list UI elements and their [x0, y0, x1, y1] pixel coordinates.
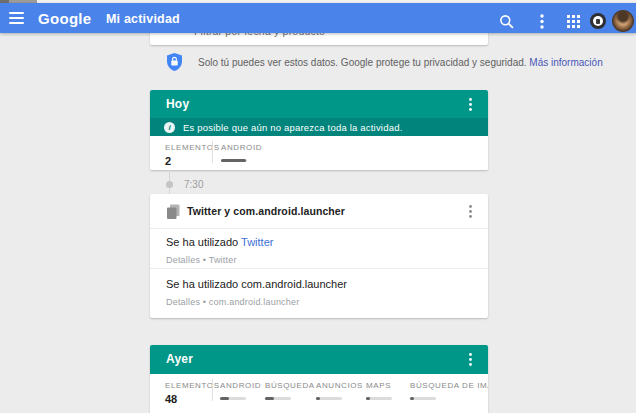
twitter-link[interactable]: Twitter — [241, 236, 273, 248]
category-bar — [220, 397, 246, 400]
today-notice-text: Es posible que aún no aparezca toda la a… — [183, 122, 402, 133]
overflow-menu-icon[interactable] — [529, 8, 555, 34]
search-icon[interactable] — [493, 8, 519, 34]
activity-title: Twitter y com.android.launcher — [187, 205, 345, 217]
privacy-text: Solo tú puedes ver estos datos. Google p… — [198, 57, 529, 68]
yesterday-category-anuncios[interactable]: ANUNCIOS — [316, 381, 363, 400]
timeline-dot — [166, 181, 173, 188]
yesterday-card-title: Ayer — [166, 352, 193, 366]
activity-row-details: Detalles • com.android.launcher — [166, 297, 347, 307]
activity-card: Twitter y com.android.launcher Se ha uti… — [150, 194, 488, 318]
page-title: Mi actividad — [106, 12, 180, 26]
app-bar: Google Mi actividad — [0, 3, 636, 33]
yesterday-category-android[interactable]: ANDROID — [220, 381, 261, 400]
account-circle-icon[interactable] — [590, 13, 606, 29]
today-card-title: Hoy — [166, 97, 189, 111]
today-category-android[interactable]: ANDROID — [221, 143, 262, 162]
activity-overflow-icon[interactable] — [461, 202, 479, 220]
yesterday-category-imagenes[interactable]: BÚSQUEDA DE IMÁGENES — [410, 381, 488, 400]
my-activity-page: Filtrar por fecha y producto Google Mi a… — [0, 0, 636, 413]
category-bar — [221, 159, 247, 162]
row-divider — [150, 228, 488, 229]
info-icon: i — [164, 122, 175, 133]
yesterday-category-busqueda[interactable]: BÚSQUEDA — [265, 381, 315, 400]
stacked-pages-icon — [166, 204, 181, 219]
privacy-note: Solo tú puedes ver estos datos. Google p… — [165, 52, 495, 72]
today-notice-bar: i Es posible que aún no aparezca toda la… — [150, 118, 488, 136]
row-divider — [150, 268, 488, 269]
yesterday-category-maps[interactable]: MAPS — [366, 381, 392, 400]
activity-row-twitter: Se ha utilizado Twitter Detalles • Twitt… — [166, 236, 273, 265]
timeline-time: 7:30 — [184, 179, 203, 190]
category-bar — [366, 397, 392, 400]
yesterday-overflow-icon[interactable] — [461, 351, 479, 369]
google-logo: Google — [38, 10, 91, 27]
privacy-more-info-link[interactable]: Más información — [529, 57, 602, 68]
today-card-header: Hoy — [150, 90, 488, 118]
stats-divider — [212, 141, 213, 163]
category-bar — [265, 397, 291, 400]
yesterday-stats: ELEMENTOS 48 ANDROID BÚSQUEDA ANUNCIOS M… — [150, 374, 488, 413]
activity-row-launcher: Se ha utilizado com.android.launcher Det… — [166, 278, 347, 307]
today-card: Hoy i Es posible que aún no aparezca tod… — [150, 90, 488, 170]
stats-divider — [212, 379, 213, 401]
menu-icon[interactable] — [9, 12, 24, 24]
activity-row-details: Detalles • Twitter — [166, 255, 273, 265]
today-stats: ELEMENTOS 2 ANDROID — [150, 136, 488, 170]
yesterday-card: Ayer ELEMENTOS 48 ANDROID BÚSQUEDA ANUNC… — [150, 345, 488, 413]
category-bar — [316, 397, 342, 400]
avatar[interactable] — [612, 10, 634, 32]
category-bar — [410, 397, 436, 400]
activity-card-header: Twitter y com.android.launcher — [150, 194, 488, 228]
apps-grid-icon[interactable] — [560, 8, 586, 34]
today-overflow-icon[interactable] — [461, 95, 479, 113]
shield-lock-icon — [167, 53, 182, 71]
yesterday-card-header: Ayer — [150, 345, 488, 374]
